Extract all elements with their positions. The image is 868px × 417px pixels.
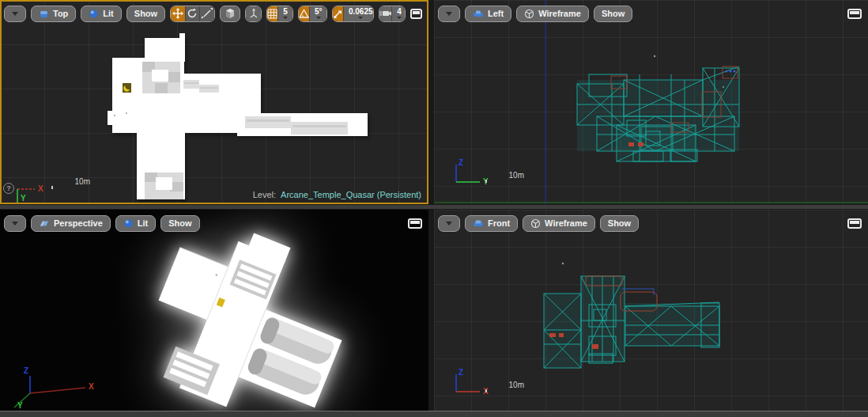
rotate-icon <box>187 8 198 19</box>
left-viewport-toolbar: Left Wireframe Show <box>438 5 862 22</box>
camera-speed-icon <box>379 9 391 18</box>
window-bottom-edge <box>0 411 868 417</box>
rotate-tool-button[interactable] <box>186 6 200 21</box>
view-mode-button[interactable]: Wireframe <box>516 6 589 22</box>
chevron-down-icon <box>446 222 452 226</box>
view-type-button[interactable]: Perspective <box>31 215 111 232</box>
chevron-down-icon <box>446 12 452 16</box>
scale-snap-value-button[interactable]: 0.0625 <box>344 6 374 21</box>
show-menu-button[interactable]: Show <box>160 215 199 232</box>
grid-snap-group: 5 <box>266 6 293 22</box>
axis-z-label: Z <box>459 368 463 377</box>
surface-snap-icon <box>248 8 259 19</box>
rotation-snap-button[interactable] <box>299 6 310 21</box>
top-view-canvas[interactable] <box>0 0 428 204</box>
scale-bar-label: 10m <box>52 177 92 186</box>
view-type-button[interactable]: Left <box>465 6 511 22</box>
viewport-options-button[interactable] <box>438 6 460 22</box>
axis-z-label: Z <box>459 158 463 167</box>
maximize-viewport-button[interactable] <box>410 9 422 19</box>
scale-tool-button[interactable] <box>200 6 214 21</box>
scale-snap-icon <box>333 9 343 19</box>
show-menu-button[interactable]: Show <box>126 6 165 22</box>
maximize-viewport-button[interactable] <box>847 218 862 229</box>
viewport-splitter-horizontal[interactable] <box>0 204 868 210</box>
rotation-snap-icon <box>299 9 309 19</box>
scale-bar-label: 10m <box>486 171 526 180</box>
view-type-label: Perspective <box>54 218 103 228</box>
scale-bar: 10m <box>52 177 92 186</box>
world-cube-icon <box>225 8 236 19</box>
chevron-down-icon <box>283 17 288 19</box>
axis-y-label: Y <box>17 401 23 410</box>
chevron-down-icon <box>12 222 18 226</box>
scale-snap-button[interactable] <box>333 6 344 21</box>
move-icon <box>172 8 183 19</box>
grid-snap-value-button[interactable]: 5 <box>278 6 292 21</box>
wireframe-mode-icon <box>530 218 541 229</box>
maximize-viewport-button[interactable] <box>847 9 862 19</box>
maximize-viewport-button[interactable] <box>408 218 422 229</box>
scale-bar: 10m <box>486 171 526 180</box>
level-indicator: Level:Arcane_Temple_Quasar (Persistent) <box>253 190 421 199</box>
view-mode-label: Wireframe <box>545 218 587 228</box>
camera-speed-value: 4 <box>397 8 402 16</box>
camera-speed-button[interactable] <box>379 6 392 21</box>
view-mode-button[interactable]: Lit <box>115 215 156 232</box>
viewport-options-button[interactable] <box>4 6 26 22</box>
view-type-button[interactable]: Top <box>31 6 76 22</box>
level-name: Arcane_Temple_Quasar (Persistent) <box>281 190 421 199</box>
maximize-icon <box>850 221 859 224</box>
viewport-front[interactable]: Front Wireframe Show Z X 10m <box>434 210 868 411</box>
view-mode-label: Lit <box>138 218 148 228</box>
chevron-down-icon <box>12 12 18 16</box>
view-type-label: Left <box>488 9 504 18</box>
show-menu-button[interactable]: Show <box>600 215 639 232</box>
grid-snap-button[interactable] <box>267 6 278 21</box>
top-view-icon <box>39 9 49 19</box>
view-type-label: Front <box>488 218 510 228</box>
viewport-options-button[interactable] <box>4 215 26 232</box>
scale-bar-label: 10m <box>486 381 526 389</box>
editor-viewport-layout: Top Lit Show <box>0 0 868 417</box>
chevron-down-icon <box>397 17 402 19</box>
left-view-icon <box>473 9 484 18</box>
view-type-button[interactable]: Front <box>465 215 518 232</box>
rotation-snap-value: 5° <box>315 8 323 16</box>
viewport-top[interactable]: Top Lit Show <box>0 0 428 204</box>
front-view-icon <box>473 219 484 228</box>
view-mode-button[interactable]: Lit <box>81 6 121 22</box>
view-type-label: Top <box>53 9 68 18</box>
view-mode-button[interactable]: Wireframe <box>523 215 595 232</box>
grid-snap-value: 5 <box>283 8 288 16</box>
scale-icon <box>202 8 213 19</box>
view-mode-label: Lit <box>103 9 113 18</box>
top-viewport-toolbar: Top Lit Show <box>4 5 422 22</box>
wireframe-mode-icon <box>524 9 534 19</box>
floorplan-drawing <box>0 0 428 204</box>
maximize-icon <box>410 221 420 224</box>
axis-z-label: Z <box>24 366 28 375</box>
chevron-down-icon <box>316 17 321 19</box>
surface-snap-button[interactable] <box>246 6 260 21</box>
lit-mode-icon <box>89 9 99 19</box>
viewport-options-button[interactable] <box>438 215 460 232</box>
rotation-snap-value-button[interactable]: 5° <box>310 6 327 21</box>
transform-tools-group <box>170 6 215 22</box>
camera-speed-value-button[interactable]: 4 <box>392 6 406 21</box>
scale-bar: 10m <box>486 381 526 389</box>
axis-gizmo-perspective: Z X Y <box>0 366 111 411</box>
move-tool-button[interactable] <box>171 6 185 21</box>
maximize-icon <box>850 11 859 14</box>
chevron-down-icon <box>358 17 363 19</box>
level-prefix: Level: <box>253 190 276 199</box>
perspective-viewport-toolbar: Perspective Lit Show <box>4 214 422 232</box>
perspective-view-icon <box>39 219 50 228</box>
rotation-snap-group: 5° <box>298 6 327 22</box>
viewport-left[interactable]: Left Wireframe Show Z Y 10m <box>434 0 868 204</box>
scale-snap-value: 0.0625 <box>349 8 373 16</box>
show-menu-button[interactable]: Show <box>594 6 632 22</box>
world-local-toggle-button[interactable] <box>220 6 240 22</box>
viewport-perspective[interactable]: Perspective Lit Show Z X Y <box>0 210 428 411</box>
front-viewport-toolbar: Front Wireframe Show <box>438 214 862 232</box>
